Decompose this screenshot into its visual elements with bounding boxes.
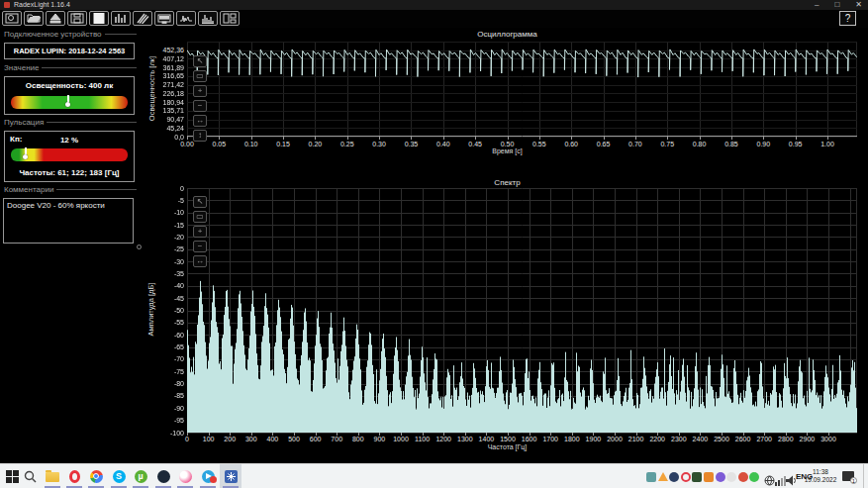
- image-preview-toolbar-button[interactable]: [2, 11, 22, 26]
- tray-icon-dark-blue[interactable]: [669, 472, 679, 482]
- maximize-button[interactable]: □: [834, 0, 839, 10]
- spectrum-y-tick: -20: [154, 234, 184, 241]
- oscillogram-zoom-tool-button[interactable]: +: [193, 85, 207, 97]
- clock[interactable]: 11:3819.09.2022: [804, 468, 837, 484]
- spectrum-x-tick: 900: [374, 436, 386, 442]
- taskbar-app-chrome[interactable]: [85, 464, 107, 488]
- tray-icon-dark-green[interactable]: [692, 472, 702, 482]
- oscillogram-x-tick: 0.45: [468, 141, 482, 147]
- oscillogram-zoom-tool-button[interactable]: ↖: [193, 55, 207, 67]
- oscillogram-zoom-tool-button[interactable]: ↔: [193, 115, 207, 127]
- spectrum-x-tick: 100: [203, 436, 215, 442]
- spectrum-zoom-tool-button[interactable]: ▭: [193, 211, 207, 223]
- pulsation-marker: [23, 147, 28, 162]
- histogram-toolbar-button[interactable]: [111, 11, 131, 26]
- minimize-button[interactable]: –: [815, 0, 819, 10]
- spectrum-x-tick: 2600: [735, 436, 751, 442]
- action-center-icon[interactable]: 1: [842, 471, 854, 481]
- spectrum-x-tick: 1000: [393, 436, 409, 442]
- spectrum-y-tick: -60: [154, 332, 184, 339]
- spectrum-x-tick: 300: [245, 436, 257, 442]
- stop-square-toolbar-button[interactable]: [89, 11, 109, 26]
- taskbar-app-opera[interactable]: [63, 464, 85, 488]
- spectrum-y-tick: -55: [154, 319, 184, 326]
- spectrum-y-tick: -5: [154, 197, 184, 204]
- spectrum-x-tick: 600: [310, 436, 322, 442]
- time: 11:38: [804, 468, 837, 476]
- taskbar-app-dark-round[interactable]: [152, 464, 174, 488]
- spectrum-x-tick: 2500: [714, 436, 729, 442]
- signal-bars-icon[interactable]: [775, 472, 785, 482]
- taskbar-app-utorrent[interactable]: µ: [130, 464, 151, 488]
- spectrum-x-tick: 1300: [457, 436, 473, 442]
- spectrum-zoom-tool-button[interactable]: +: [193, 226, 207, 238]
- tray-icon-red-blue[interactable]: [738, 472, 748, 482]
- layout-panes-icon: [223, 10, 237, 28]
- oscillogram-x-tick: 1.00: [820, 141, 834, 147]
- skype-icon: S: [113, 470, 126, 483]
- oscillogram-x-tick: 0.20: [309, 141, 323, 147]
- taskbar-app-skype[interactable]: S: [108, 464, 130, 488]
- spectrum-bars-toolbar-button[interactable]: [198, 11, 218, 26]
- open-folder-icon: [27, 10, 41, 28]
- taskbar-app-pink[interactable]: [174, 464, 196, 488]
- oscillogram-y-tick: 180,94: [154, 99, 184, 106]
- spectrum-x-tick: 3000: [820, 436, 836, 442]
- search-icon: [24, 470, 37, 483]
- tray-icon-orange[interactable]: [704, 472, 714, 482]
- tray-icon-purple[interactable]: [716, 472, 725, 482]
- oscillogram-y-tick: 226,18: [154, 90, 184, 97]
- oscillogram-zoom-tool-button[interactable]: −: [193, 100, 207, 112]
- oscillogram-y-tick: 90,47: [154, 116, 184, 123]
- taskbar-app-telegram[interactable]: [197, 464, 219, 488]
- volume-icon[interactable]: [786, 472, 796, 482]
- oscillogram-title: Осциллограмма: [187, 30, 827, 39]
- toolbar: ?: [0, 10, 868, 28]
- spectrum-y-tick: -90: [154, 405, 184, 412]
- tray-icon-robot[interactable]: [646, 472, 656, 482]
- taskbar-app-radexlight[interactable]: [220, 464, 241, 488]
- oscillogram-zoom-tool-button[interactable]: ▭: [193, 70, 207, 82]
- tray-icon-white[interactable]: [726, 472, 736, 482]
- comments-textarea[interactable]: Doogee V20 - 60% яркости: [3, 198, 134, 244]
- spectrum-y-tick: 0: [154, 185, 184, 192]
- show-desktop-button[interactable]: [863, 464, 868, 488]
- help-button[interactable]: ?: [839, 11, 856, 26]
- tray-icon-drive-triangle[interactable]: [658, 472, 668, 481]
- spectrum-x-tick: 1400: [479, 436, 495, 442]
- clock-toolbar-button[interactable]: [154, 11, 174, 26]
- layout-panes-toolbar-button[interactable]: [220, 11, 240, 26]
- spectrum-zoom-tool-button[interactable]: ↔: [193, 255, 207, 267]
- close-button[interactable]: ✕: [855, 0, 862, 10]
- save-icon: [70, 10, 84, 28]
- spectrum-zoom-tool-button[interactable]: ↖: [193, 196, 207, 208]
- eject-toolbar-button[interactable]: [46, 11, 65, 26]
- spectrum-x-tick: 1200: [435, 436, 451, 442]
- pulsation-fan-toolbar-button[interactable]: [133, 11, 152, 26]
- resize-grip[interactable]: [137, 244, 142, 249]
- save-toolbar-button[interactable]: [67, 11, 87, 26]
- tray-icon-opera[interactable]: [681, 472, 691, 482]
- search-button[interactable]: [19, 464, 41, 488]
- spectrum-zoom-tool-button[interactable]: −: [193, 241, 207, 252]
- spectrum-x-tick: 2000: [607, 436, 623, 442]
- taskbar-app-explorer[interactable]: [42, 464, 63, 488]
- spectrum-x-tick: 1800: [564, 436, 580, 442]
- oscillogram-x-tick: 0.25: [340, 141, 354, 147]
- pink-app-icon: [179, 470, 192, 483]
- screen: RadexLight 1.16.4 – □ ✕ ? Подключенное у…: [0, 0, 868, 488]
- network-globe-icon[interactable]: [764, 472, 774, 482]
- open-folder-toolbar-button[interactable]: [24, 11, 44, 26]
- oscillogram-y-tick: 407,12: [154, 55, 184, 62]
- oscillogram-plot[interactable]: [187, 42, 857, 141]
- tray-icon-whatsapp[interactable]: [749, 472, 759, 482]
- oscillogram-wave-toolbar-button[interactable]: [176, 11, 196, 26]
- oscillogram-x-tick: 0.15: [276, 141, 290, 147]
- oscillogram-zoom-tool-button[interactable]: ↕: [193, 130, 207, 142]
- spectrum-x-tick: 2700: [756, 436, 772, 442]
- spectrum-y-tick: -35: [154, 270, 184, 277]
- spectrum-x-tick: 1700: [542, 436, 558, 442]
- spectrum-plot[interactable]: [187, 188, 857, 436]
- frequencies-label: Частоты: 61; 122; 183 [Гц]: [5, 168, 134, 177]
- illuminance-marker: [65, 95, 70, 110]
